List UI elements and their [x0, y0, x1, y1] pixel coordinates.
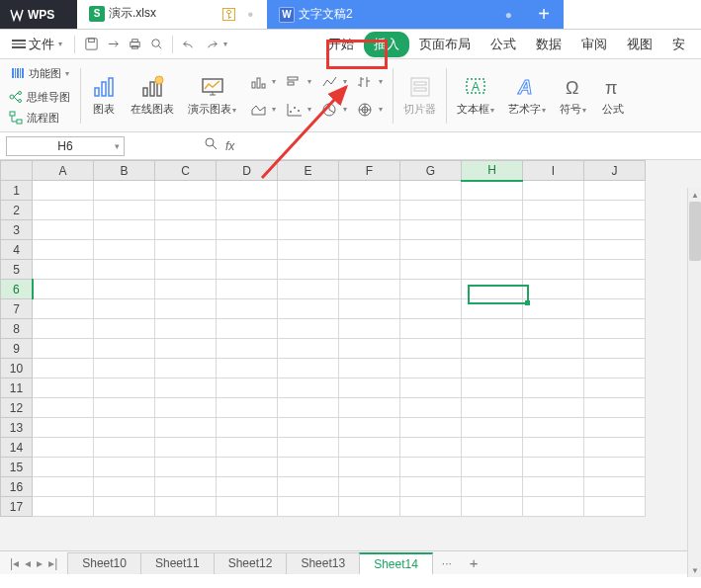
- tab-layout[interactable]: 页面布局: [409, 32, 481, 57]
- column-header[interactable]: F: [339, 161, 400, 181]
- cell[interactable]: [400, 477, 462, 497]
- artword-button[interactable]: A 艺术字▾: [504, 72, 550, 119]
- cell[interactable]: [400, 201, 462, 220]
- chart-button[interactable]: 图表: [87, 72, 121, 119]
- scroll-up-icon[interactable]: ▲: [688, 188, 701, 202]
- cell[interactable]: [462, 418, 523, 438]
- column-header[interactable]: D: [217, 161, 278, 181]
- cell[interactable]: [217, 201, 278, 220]
- cell[interactable]: [400, 497, 462, 517]
- row-header[interactable]: 9: [1, 339, 33, 359]
- sheet-next-icon[interactable]: ▸: [35, 556, 44, 570]
- row-header[interactable]: 8: [1, 319, 33, 339]
- cell[interactable]: [33, 319, 94, 339]
- line-chart-button[interactable]: ▾: [319, 72, 349, 92]
- cell[interactable]: [339, 497, 400, 517]
- cell[interactable]: [33, 220, 94, 240]
- demo-chart-button[interactable]: 演示图表▾: [184, 72, 240, 119]
- cell[interactable]: [400, 260, 462, 280]
- fx-label[interactable]: fx: [225, 139, 234, 153]
- cell[interactable]: [523, 438, 584, 458]
- cell[interactable]: [217, 339, 278, 359]
- cell[interactable]: [462, 260, 523, 280]
- cell[interactable]: [278, 220, 339, 240]
- cell[interactable]: [462, 240, 523, 260]
- symbol-button[interactable]: Ω 符号▾: [556, 72, 590, 119]
- cell[interactable]: [33, 299, 94, 319]
- cell[interactable]: [94, 477, 155, 497]
- cell[interactable]: [462, 299, 523, 319]
- cell[interactable]: [217, 299, 278, 319]
- cell[interactable]: [217, 220, 278, 240]
- cell[interactable]: [217, 497, 278, 517]
- cell[interactable]: [94, 299, 155, 319]
- cell[interactable]: [278, 260, 339, 280]
- cell[interactable]: [155, 458, 217, 477]
- sheet-tab[interactable]: Sheet13: [286, 552, 360, 574]
- cell[interactable]: [400, 378, 462, 398]
- cell[interactable]: [217, 280, 278, 299]
- scroll-down-icon[interactable]: ▼: [688, 563, 701, 577]
- cell[interactable]: [33, 201, 94, 220]
- cell[interactable]: [278, 497, 339, 517]
- tab-review[interactable]: 审阅: [571, 32, 617, 57]
- sheet-prev-icon[interactable]: ◂: [23, 556, 33, 570]
- tab-insert[interactable]: 插入: [364, 32, 409, 57]
- cell[interactable]: [33, 280, 94, 299]
- cell[interactable]: [94, 201, 155, 220]
- tab-data[interactable]: 数据: [526, 32, 571, 57]
- row-header[interactable]: 15: [1, 458, 33, 477]
- cell[interactable]: [400, 280, 462, 299]
- cell[interactable]: [523, 280, 584, 299]
- cell[interactable]: [339, 398, 400, 418]
- cell[interactable]: [94, 398, 155, 418]
- cell[interactable]: [155, 240, 217, 260]
- cell[interactable]: [584, 181, 646, 201]
- cell[interactable]: [94, 319, 155, 339]
- cell[interactable]: [33, 497, 94, 517]
- cell[interactable]: [462, 319, 523, 339]
- cell[interactable]: [584, 319, 646, 339]
- cell[interactable]: [217, 181, 278, 201]
- cell[interactable]: [339, 458, 400, 477]
- cell[interactable]: [94, 280, 155, 299]
- cell[interactable]: [155, 398, 217, 418]
- cell[interactable]: [278, 398, 339, 418]
- column-header[interactable]: H: [462, 161, 523, 181]
- cell[interactable]: [278, 378, 339, 398]
- cell[interactable]: [33, 418, 94, 438]
- cell[interactable]: [94, 418, 155, 438]
- cell[interactable]: [278, 458, 339, 477]
- cell[interactable]: [94, 378, 155, 398]
- sheet-add-button[interactable]: +: [462, 554, 486, 571]
- row-header[interactable]: 12: [1, 398, 33, 418]
- cell[interactable]: [462, 477, 523, 497]
- cell[interactable]: [217, 359, 278, 378]
- vertical-scrollbar[interactable]: ▲ ▼: [687, 188, 701, 577]
- cell[interactable]: [278, 418, 339, 438]
- cell[interactable]: [523, 299, 584, 319]
- preview-icon[interactable]: [146, 35, 166, 54]
- cell[interactable]: [584, 260, 646, 280]
- cell[interactable]: [94, 497, 155, 517]
- cell[interactable]: [339, 438, 400, 458]
- cell[interactable]: [278, 240, 339, 260]
- cell[interactable]: [94, 359, 155, 378]
- tab-view[interactable]: 视图: [617, 32, 662, 57]
- cell[interactable]: [155, 438, 217, 458]
- cell[interactable]: [155, 260, 217, 280]
- sheet-tab[interactable]: Sheet12: [214, 552, 288, 574]
- row-header[interactable]: 2: [1, 201, 33, 220]
- column-header[interactable]: I: [523, 161, 584, 181]
- row-header[interactable]: 14: [1, 438, 33, 458]
- cell[interactable]: [523, 477, 584, 497]
- cell[interactable]: [400, 458, 462, 477]
- cell[interactable]: [339, 240, 400, 260]
- row-header[interactable]: 13: [1, 418, 33, 438]
- row-header[interactable]: 10: [1, 359, 33, 378]
- cell[interactable]: [523, 378, 584, 398]
- cell[interactable]: [339, 378, 400, 398]
- cell[interactable]: [400, 319, 462, 339]
- cell[interactable]: [94, 240, 155, 260]
- scatter-chart-button[interactable]: ▾: [284, 100, 313, 120]
